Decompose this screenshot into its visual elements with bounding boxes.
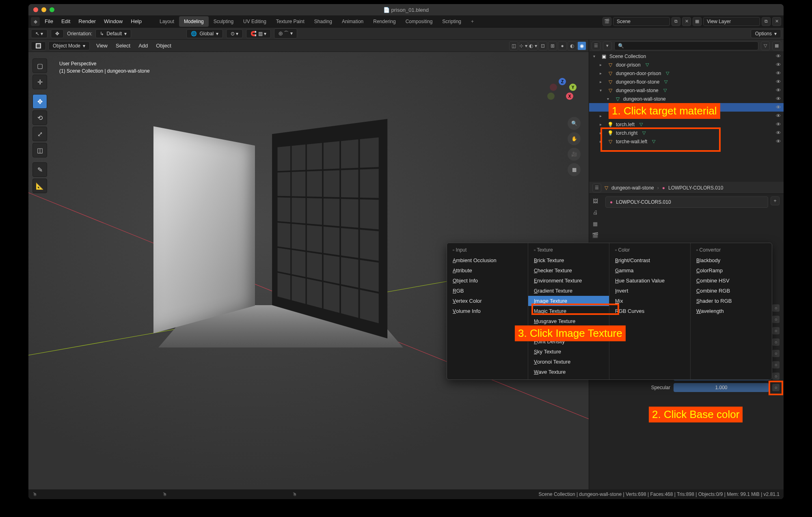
- ctx-item-blackbody[interactable]: Blackbody: [691, 255, 772, 265]
- annotate-tool[interactable]: ✎: [32, 162, 47, 177]
- ctx-item-shader-to-rgb[interactable]: Shader to RGB: [691, 296, 772, 306]
- link-node-button[interactable]: ○: [772, 316, 780, 323]
- display-mode-icon[interactable]: ▾: [603, 41, 612, 50]
- menu-file[interactable]: File: [41, 17, 57, 26]
- link-node-button[interactable]: ○: [772, 338, 780, 346]
- axis-z-icon[interactable]: Z: [559, 78, 566, 85]
- scene-field[interactable]: Scene: [613, 17, 670, 26]
- outliner-search-input[interactable]: [614, 41, 758, 50]
- link-node-button[interactable]: ○: [772, 373, 780, 380]
- scene-copy-icon[interactable]: ⧉: [672, 17, 680, 26]
- options-dropdown[interactable]: Options ▾: [751, 29, 781, 38]
- cursor-tool[interactable]: ✛: [32, 75, 47, 89]
- xray-toggle-icon[interactable]: ⊡: [538, 41, 547, 50]
- shading-lookdev-icon[interactable]: ◐: [568, 41, 577, 50]
- axis-x-icon[interactable]: X: [566, 93, 573, 100]
- axis-neg-icon[interactable]: [550, 84, 557, 91]
- prop-value-specular[interactable]: 1.000: [674, 383, 769, 392]
- outliner-item-dungeon-floor-stone[interactable]: ▸▽dungeon-floor-stone▽👁: [589, 78, 784, 86]
- ctx-item-mix[interactable]: Mix: [609, 296, 690, 306]
- editor-type-outliner-icon[interactable]: ☰: [592, 41, 600, 50]
- layer-copy-icon[interactable]: ⧉: [762, 17, 771, 26]
- ctx-item-brick-texture[interactable]: Brick Texture: [528, 255, 609, 265]
- tab-viewlayer[interactable]: ▦: [590, 218, 600, 229]
- transform-orientation-dropdown[interactable]: 🌐 Global ▾: [186, 29, 223, 38]
- move-tool[interactable]: ✥: [32, 94, 47, 109]
- editor-type-properties-icon[interactable]: ☰: [592, 183, 601, 192]
- viewlayer-field[interactable]: View Layer: [703, 17, 760, 26]
- outliner-item-door-prison[interactable]: ▸▽door-prison▽👁: [589, 60, 784, 69]
- ctx-item-rgb[interactable]: RGB: [447, 286, 528, 296]
- tab-scripting[interactable]: Scripting: [437, 16, 466, 27]
- zoom-icon[interactable]: [50, 7, 54, 12]
- tab-rendering[interactable]: Rendering: [368, 16, 400, 27]
- tab-output[interactable]: 🖨: [590, 207, 600, 218]
- filter-icon[interactable]: ▽: [761, 41, 770, 50]
- ctx-item-gamma[interactable]: Gamma: [609, 265, 690, 276]
- outliner-item-dungeon-wall-stone[interactable]: ▾▽dungeon-wall-stone👁: [589, 95, 784, 103]
- viewport-menu-select[interactable]: Select: [112, 41, 134, 50]
- ctx-item-combine-hsv[interactable]: Combine HSV: [691, 276, 772, 286]
- ctx-item-object-info[interactable]: Object Info: [447, 276, 528, 286]
- nav-gizmo[interactable]: Z Y X: [546, 76, 579, 109]
- new-collection-icon[interactable]: ▦: [772, 41, 781, 50]
- ctx-item-volume-info[interactable]: Volume Info: [447, 306, 528, 316]
- tab-compositing[interactable]: Compositing: [401, 16, 438, 27]
- tab-modeling[interactable]: Modeling: [179, 16, 209, 27]
- shading-wireframe-icon[interactable]: ⊞: [548, 41, 557, 50]
- ctx-item-gradient-texture[interactable]: Gradient Texture: [528, 286, 609, 296]
- viewport-menu-view[interactable]: View: [92, 41, 112, 50]
- transform-tool[interactable]: ◫: [32, 143, 47, 157]
- editor-type-dropdown[interactable]: 🔳: [31, 41, 46, 50]
- link-node-button[interactable]: ○: [772, 350, 780, 357]
- zoom-button-icon[interactable]: 🔍: [568, 117, 581, 130]
- minimize-icon[interactable]: [41, 7, 46, 12]
- select-visible-icon[interactable]: ◫: [509, 41, 518, 50]
- layer-delete-icon[interactable]: ✕: [772, 17, 781, 26]
- ctx-item-wave-texture[interactable]: Wave Texture: [528, 367, 609, 377]
- gizmo-toggle-icon[interactable]: ⊹ ▾: [519, 41, 528, 50]
- tool-preset-dropdown[interactable]: ↖ ▾: [31, 29, 48, 38]
- tab-animation[interactable]: Animation: [337, 16, 368, 27]
- link-node-button[interactable]: ○: [772, 304, 780, 312]
- outliner-item-dungeon-wall-stone[interactable]: ▾▽dungeon-wall-stone▽👁: [589, 86, 784, 95]
- menu-help[interactable]: Help: [127, 17, 146, 26]
- viewport-menu-object[interactable]: Object: [152, 41, 175, 50]
- shading-rendered-icon[interactable]: ◉: [577, 41, 586, 50]
- outliner-item-scene-collection[interactable]: ▾▣Scene Collection👁: [589, 52, 784, 60]
- layer-browse-icon[interactable]: ▦: [693, 17, 702, 26]
- scene-delete-icon[interactable]: ✕: [682, 17, 691, 26]
- tab-sculpting[interactable]: Sculpting: [209, 16, 238, 27]
- scale-tool[interactable]: ⤢: [32, 127, 47, 141]
- snap-dropdown[interactable]: ⊙ ▾: [226, 29, 243, 38]
- ctx-item-invert[interactable]: Invert: [609, 286, 690, 296]
- mode-dropdown[interactable]: Object Mode ▾: [48, 41, 90, 50]
- ctx-item-wavelength[interactable]: Wavelength: [691, 306, 772, 316]
- add-workspace-button[interactable]: +: [467, 16, 478, 27]
- ctx-item-environment-texture[interactable]: Environment Texture: [528, 276, 609, 286]
- measure-tool[interactable]: 📐: [32, 179, 47, 193]
- ctx-item-rgb-curves[interactable]: RGB Curves: [609, 306, 690, 316]
- pan-button-icon[interactable]: ✋: [568, 132, 581, 145]
- add-material-button[interactable]: +: [771, 196, 780, 205]
- menu-window[interactable]: Window: [100, 17, 127, 26]
- orientation-dropdown[interactable]: ↳ Default ▾: [95, 29, 131, 38]
- ctx-item-sky-texture[interactable]: Sky Texture: [528, 347, 609, 357]
- blender-logo-icon[interactable]: ◆: [31, 17, 40, 26]
- link-node-button[interactable]: ○: [772, 327, 780, 334]
- shading-solid-icon[interactable]: ●: [558, 41, 567, 50]
- ortho-button-icon[interactable]: ▦: [568, 163, 581, 176]
- snap-toggle-icon[interactable]: 🧲 ▥ ▾: [246, 29, 271, 38]
- menu-edit[interactable]: Edit: [57, 17, 74, 26]
- axis-neg2-icon[interactable]: [547, 93, 555, 100]
- ctx-item-hue-saturation-value[interactable]: Hue Saturation Value: [609, 276, 690, 286]
- select-box-tool[interactable]: ▢: [32, 58, 47, 73]
- ctx-item-voronoi-texture[interactable]: Voronoi Texture: [528, 357, 609, 367]
- menu-render[interactable]: Render: [74, 17, 100, 26]
- crumb-material[interactable]: LOWPOLY-COLORS.010: [668, 185, 723, 191]
- tab-render[interactable]: 🖼: [590, 196, 600, 206]
- close-icon[interactable]: [33, 7, 38, 12]
- drag-mode-icon[interactable]: ✥: [51, 29, 64, 38]
- rotate-tool[interactable]: ⟲: [32, 110, 47, 125]
- tab-scene[interactable]: 🎬: [590, 230, 600, 240]
